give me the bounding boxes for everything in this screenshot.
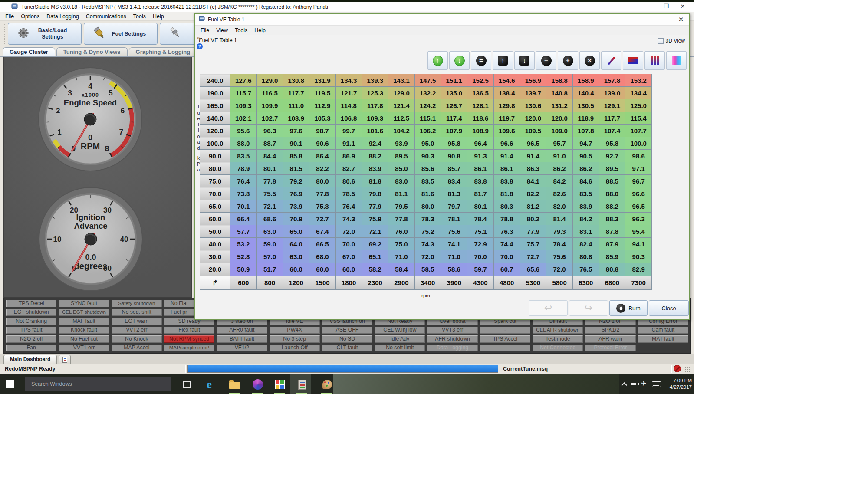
ve-cell[interactable]: 68.0 <box>309 250 336 263</box>
ve-cell[interactable]: 95.0 <box>414 137 441 150</box>
scale-icon[interactable]: ✕ <box>579 51 600 70</box>
ve-cell[interactable]: 91.1 <box>335 137 362 150</box>
ve-cell[interactable]: 79.8 <box>362 187 388 200</box>
increment-icon[interactable]: + <box>558 51 578 70</box>
ve-cell[interactable]: 68.6 <box>256 213 283 225</box>
export-up-icon[interactable]: ↑ <box>427 51 448 70</box>
start-button[interactable] <box>6 380 14 388</box>
ve-titlebar[interactable]: Fuel VE Table 1 ✕ <box>195 14 689 26</box>
shift-down-icon[interactable]: ↓ <box>514 51 535 70</box>
ve-cell[interactable]: 77.8 <box>388 213 415 225</box>
ve-cell[interactable]: 105.3 <box>309 112 336 125</box>
ve-cell[interactable]: 118.6 <box>467 112 494 125</box>
ve-cell[interactable]: 107.7 <box>625 125 652 137</box>
ve-cell[interactable]: 93.9 <box>388 137 415 150</box>
ve-cell[interactable]: 86.9 <box>335 150 362 162</box>
ve-cell[interactable]: 84.4 <box>256 150 283 162</box>
ve-cell[interactable]: 121.7 <box>335 87 362 99</box>
close-button[interactable]: ✕ <box>674 2 691 12</box>
ve-cell[interactable]: 115.4 <box>625 112 652 125</box>
ve-cell[interactable]: 79.5 <box>388 200 415 213</box>
ve-cell[interactable]: 51.7 <box>256 263 283 276</box>
keyboard-icon[interactable] <box>652 381 661 387</box>
ve-cell[interactable]: 81.8 <box>362 175 388 187</box>
ve-cell[interactable]: 83.5 <box>414 175 441 187</box>
ve-cell[interactable]: 119.7 <box>493 112 520 125</box>
ve-cell[interactable]: 82.4 <box>572 238 599 250</box>
menu-item-tools[interactable]: Tools <box>130 13 149 20</box>
ve-cell[interactable]: 139.0 <box>599 87 625 99</box>
ve-cell[interactable]: 77.8 <box>256 175 283 187</box>
ve-cell[interactable]: 65.1 <box>362 250 388 263</box>
ve-cell[interactable]: 70.9 <box>283 213 309 225</box>
ve-cell[interactable]: 109.3 <box>230 99 257 112</box>
ve-cell[interactable]: 75.0 <box>388 238 415 250</box>
ve-cell[interactable]: 70.1 <box>230 200 257 213</box>
ve-cell[interactable]: 80.6 <box>335 175 362 187</box>
ve-cell[interactable]: 131.9 <box>309 74 336 87</box>
ve-cell[interactable]: 88.7 <box>256 137 283 150</box>
close-table-button[interactable]: Close <box>649 300 689 316</box>
ve-cell[interactable]: 78.9 <box>230 162 257 175</box>
ve-cell[interactable]: 95.7 <box>546 137 573 150</box>
task-view-icon[interactable] <box>181 378 193 391</box>
ve-cell[interactable]: 128.1 <box>467 99 494 112</box>
ve-cell[interactable]: 85.9 <box>599 250 625 263</box>
photos-app-icon[interactable] <box>274 378 286 391</box>
ve-cell[interactable]: 82.0 <box>546 200 573 213</box>
ve-cell[interactable]: 124.2 <box>414 99 441 112</box>
search-input[interactable]: Search Windows <box>25 377 171 391</box>
ve-cell[interactable]: 79.3 <box>546 225 573 238</box>
ve-menu-item-tools[interactable]: Tools <box>231 27 251 33</box>
ve-cell[interactable]: 80.8 <box>599 263 625 276</box>
ve-cell[interactable]: 86.3 <box>520 162 546 175</box>
ve-cell[interactable]: 80.3 <box>493 200 520 213</box>
ve-cell[interactable]: 58.5 <box>414 263 441 276</box>
battery-icon[interactable] <box>631 382 638 386</box>
ie-icon[interactable]: e <box>203 378 215 391</box>
ve-cell[interactable]: 107.9 <box>441 125 467 137</box>
ve-cell[interactable]: 127.6 <box>230 74 257 87</box>
ve-cell[interactable]: 129.0 <box>388 87 415 99</box>
tab-main-dashboard[interactable]: Main Dashboard <box>3 355 57 364</box>
ve-cell[interactable]: 96.5 <box>520 137 546 150</box>
ve-cell[interactable]: 69.2 <box>362 238 388 250</box>
ve-cell[interactable]: 74.1 <box>441 238 467 250</box>
ve-cell[interactable]: 83.5 <box>230 150 257 162</box>
ve-cell[interactable]: 96.7 <box>625 175 652 187</box>
menu-item-help[interactable]: Help <box>149 13 168 20</box>
ve-cell[interactable]: 76.4 <box>230 175 257 187</box>
ve-cell[interactable]: 132.2 <box>414 87 441 99</box>
ve-cell[interactable]: 65.0 <box>283 225 309 238</box>
ve-cell[interactable]: 86.2 <box>572 162 599 175</box>
show-desktop-button[interactable] <box>693 374 694 394</box>
ve-cell[interactable]: 88.2 <box>599 200 625 213</box>
ve-cell[interactable]: 134.3 <box>335 74 362 87</box>
ve-cell[interactable]: 97.1 <box>625 162 652 175</box>
ve-cell[interactable]: 154.6 <box>493 74 520 87</box>
ve-cell[interactable]: 76.3 <box>493 225 520 238</box>
ve-cell[interactable]: 83.8 <box>467 175 494 187</box>
gradient-view-icon[interactable] <box>666 51 687 70</box>
toolbar-grip[interactable] <box>2 23 6 44</box>
ve-cell[interactable]: 73.9 <box>283 200 309 213</box>
ve-cell[interactable]: 78.4 <box>546 238 573 250</box>
ve-cell[interactable]: 72.0 <box>546 263 573 276</box>
ve-cell[interactable]: 99.7 <box>335 125 362 137</box>
ve-cell[interactable]: 75.3 <box>309 200 336 213</box>
ve-cell[interactable]: 80.1 <box>256 162 283 175</box>
ve-cell[interactable]: 84.6 <box>572 175 599 187</box>
ve-cell[interactable]: 74.4 <box>493 238 520 250</box>
ve-cell[interactable]: 147.5 <box>414 74 441 87</box>
ve-cell[interactable]: 78.1 <box>441 213 467 225</box>
ve-cell[interactable]: 109.5 <box>520 125 546 137</box>
ve-cell[interactable]: 97.6 <box>283 125 309 137</box>
ve-cell[interactable]: 58.2 <box>362 263 388 276</box>
main-titlebar[interactable]: TunerStudio MS v3.0.18 - RedoMSPNP ( MS3… <box>0 2 694 12</box>
ve-cell[interactable]: 88.3 <box>599 213 625 225</box>
ve-cell[interactable]: 114.8 <box>335 99 362 112</box>
ve-cell[interactable]: 89.5 <box>599 162 625 175</box>
ve-cell[interactable]: 72.7 <box>520 250 546 263</box>
ve-cell[interactable]: 58.4 <box>388 263 415 276</box>
ve-cell[interactable]: 125.0 <box>625 99 652 112</box>
